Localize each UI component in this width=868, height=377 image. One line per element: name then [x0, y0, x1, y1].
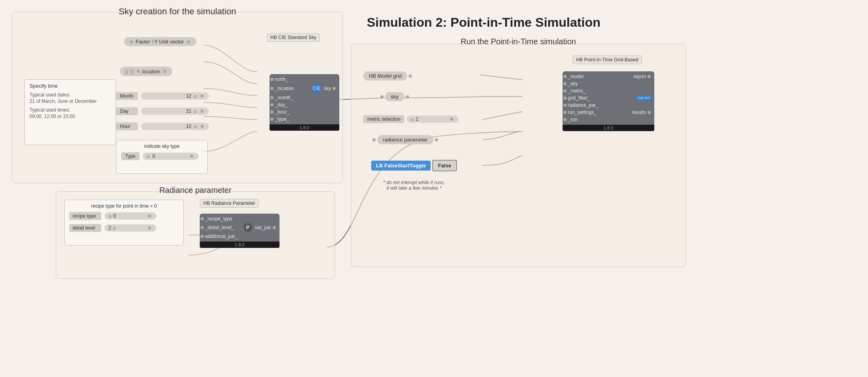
recipe-type-for-label: recipe type for point in time = 0 — [69, 203, 179, 209]
sim2-title: Simulation 2: Point-in-Time Simulation — [367, 15, 600, 30]
typical-dates-value: 21 of March, June or December — [30, 98, 111, 104]
month-slider[interactable]: 12 ◇ — [141, 92, 209, 100]
specify-time-label: Specify time — [30, 83, 111, 89]
month-port-right — [201, 94, 204, 98]
lb-toggle-container: LB FalseStartToggle False — [371, 160, 457, 171]
cie-row-type: _type_ — [270, 116, 339, 123]
radiance-parameter-node: radiance parameter — [371, 135, 439, 144]
hour-label: Hour — [116, 122, 138, 130]
sky-creation-title: Sky creation for the simulation — [119, 6, 236, 17]
metric-slider[interactable]: ◇ 1 — [407, 116, 459, 123]
location-port-left — [137, 70, 140, 73]
cie-logo: CIE — [312, 84, 321, 93]
day-label: Day — [116, 107, 138, 115]
month-label: Month — [116, 92, 138, 100]
metric-selection-label: metric selection — [363, 115, 404, 123]
detail-level-control: detail level 2 ◇ — [69, 224, 179, 232]
sky-label: sky — [385, 92, 404, 101]
pit-version: 1.8.0 — [563, 125, 654, 131]
type-port-right — [190, 155, 193, 158]
cie-row-hour: _hour_ — [270, 108, 339, 116]
recipe-type-label: recipe type — [69, 212, 101, 220]
day-port-right — [201, 110, 204, 113]
sky-creation-group: Sky creation for the simulation Factor ↑… — [12, 12, 343, 183]
run-note-line1: * do not interupt while it runs, — [383, 180, 445, 185]
location-node: ((·)) location — [120, 67, 172, 76]
pit-row-run: _run — [563, 116, 654, 123]
typical-times-value: 09:00, 12:00 or 15:00 — [30, 114, 111, 119]
indicate-sky-label: indicate sky type — [121, 143, 203, 149]
type-label: Type — [121, 152, 140, 160]
pit-row-grid-filter: grid_filter_ CIE PIT — [563, 94, 654, 102]
month-diamond: ◇ — [194, 94, 197, 98]
pit-row-sky: _sky — [563, 80, 654, 87]
detail-level-label: detail level — [69, 224, 101, 232]
pit-row-model: _model report — [563, 73, 654, 80]
type-control: Type ◇ 0 — [121, 152, 203, 160]
typical-dates-label: Typical used dates: — [30, 92, 111, 98]
hour-control: Hour 12 ◇ — [116, 122, 209, 130]
hb-cie-sky-tag: HB CIE Standard Sky — [267, 33, 320, 42]
radiance-title: Radiance parameter — [159, 186, 231, 195]
radiance-group: Radiance parameter recipe type for point… — [56, 191, 335, 279]
run-title: Run the Point-in-Time simulation — [461, 37, 576, 46]
metric-selection-node: metric selection ◇ 1 — [363, 115, 459, 123]
radiance-parameter-label: radiance parameter — [377, 135, 433, 144]
day-slider[interactable]: 21 ◇ — [141, 108, 209, 115]
hb-model-grid-label: HB Model grid — [363, 71, 407, 81]
factor-unit-vector-node: Factor ↑Y Unit vector — [124, 37, 196, 46]
lb-toggle-false-value: False — [432, 160, 457, 171]
rad-param-node: _recipe_type _detail_level_ P rad_par ad… — [200, 214, 279, 248]
day-diamond: ◇ — [194, 109, 197, 114]
typical-times-label: Typical used times: — [30, 107, 111, 113]
pit-node: _model report _sky _metric_ grid_filter_… — [563, 71, 654, 131]
month-control: Month 12 ◇ — [116, 92, 209, 100]
lb-toggle-button[interactable]: LB FalseStartToggle — [371, 161, 431, 171]
sky-connector-node: sky — [379, 92, 410, 101]
pit-row-radiance: radiance_par_ — [563, 102, 654, 109]
factor-port-right — [187, 40, 190, 43]
hour-port-right — [201, 125, 204, 128]
wifi-icon: ((·)) — [125, 68, 134, 75]
pit-logo: CIE PIT — [636, 96, 652, 101]
cie-sky-node: north_ _location CIE sky _month_ _day_ — [270, 74, 339, 131]
run-note-line2: it will take a few minutes * — [383, 185, 445, 191]
hour-slider[interactable]: 12 ◇ — [141, 123, 209, 130]
hb-model-grid-node: HB Model grid — [363, 71, 413, 81]
run-note: * do not interupt while it runs, it will… — [383, 180, 445, 191]
detail-level-slider[interactable]: 2 ◇ — [104, 224, 156, 232]
cie-row-month: _month_ — [270, 94, 339, 101]
type-slider[interactable]: ◇ 0 — [143, 153, 199, 160]
rad-row-detail: _detail_level_ P rad_par — [200, 222, 279, 233]
rad-row-recipe: _recipe_type — [200, 215, 279, 222]
recipe-annotation: recipe type for point in time = 0 recipe… — [64, 200, 184, 245]
cie-version: 1.8.0 — [270, 124, 339, 131]
time-annotation: Specify time Typical used dates: 21 of M… — [24, 79, 116, 145]
rad-version: 1.8.0 — [200, 242, 279, 248]
cie-sky-out-port — [333, 87, 336, 90]
rad-logo: P — [244, 223, 252, 232]
pit-row-metric: _metric_ — [563, 87, 654, 94]
hb-radiance-tag: HB Radiance Parameter — [200, 199, 259, 208]
pit-row-run-settings: run_settings_ results — [563, 109, 654, 116]
day-control: Day 21 ◇ — [116, 107, 209, 115]
hour-diamond: ◇ — [194, 124, 197, 129]
rad-row-additional: additional_par_ — [200, 233, 279, 240]
cie-row-north: north_ — [270, 76, 339, 83]
recipe-type-slider[interactable]: ◇ 0 — [104, 212, 156, 220]
hb-pit-tag: HB Point-In-Time Grid-Based — [573, 55, 642, 64]
location-port-right — [163, 70, 166, 73]
cie-row-day: _day_ — [270, 101, 339, 108]
run-group: Run the Point-in-Time simulation HB Poin… — [351, 44, 686, 267]
sky-type-annotation: indicate sky type Type ◇ 0 — [116, 140, 208, 174]
cie-row-location: _location CIE sky — [270, 83, 339, 94]
recipe-type-control: recipe type ◇ 0 — [69, 212, 179, 220]
rad-out-port — [273, 226, 276, 229]
factor-port-left — [130, 40, 133, 43]
